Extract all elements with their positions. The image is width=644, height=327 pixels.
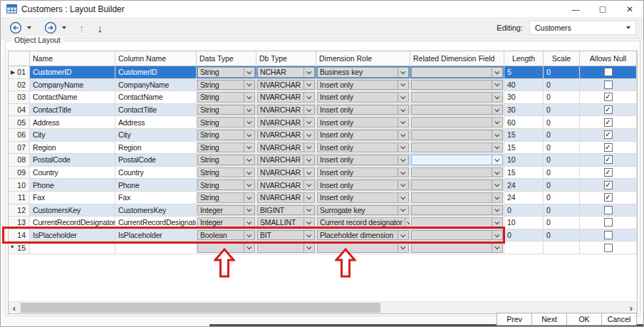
cell-name[interactable]: City	[30, 129, 115, 142]
cell-length[interactable]: 5	[504, 66, 544, 79]
dimension-role-combo[interactable]: Insert only	[317, 142, 409, 153]
related-dimension-field-combo[interactable]	[411, 80, 503, 90]
related-dimension-field-combo[interactable]	[411, 230, 503, 241]
cell-column-name[interactable]: CurrentRecordDesignator	[115, 217, 197, 229]
cell-column-name[interactable]: PostalCode	[115, 154, 197, 167]
column-header-row-number[interactable]	[9, 51, 30, 66]
allows-null-checkbox[interactable]: ✓	[604, 155, 613, 164]
cell-length[interactable]: 0	[504, 229, 544, 242]
cell-name[interactable]: Region	[30, 142, 115, 155]
related-dimension-field-combo[interactable]	[411, 155, 503, 165]
cell-name[interactable]: ContactName	[30, 91, 115, 104]
data-type-combo[interactable]: String	[197, 117, 255, 128]
move-up-button[interactable]: ↑	[78, 20, 86, 36]
dimension-role-combo[interactable]: Insert only	[317, 155, 409, 165]
row-header[interactable]: 14	[9, 229, 30, 242]
related-dimension-field-combo[interactable]	[411, 92, 503, 103]
data-type-combo[interactable]: String	[197, 67, 255, 78]
cell-name[interactable]: Address	[30, 116, 115, 129]
row-header[interactable]: *15	[9, 242, 30, 254]
scroll-right-arrow[interactable]: ›	[625, 302, 637, 313]
cell-name[interactable]: ContactTitle	[30, 104, 115, 117]
db-type-combo[interactable]: NVARCHAR	[257, 130, 315, 140]
editing-combobox[interactable]: Customers	[529, 21, 636, 35]
allows-null-checkbox[interactable]	[604, 81, 613, 89]
cell-length[interactable]: 15	[504, 167, 544, 180]
cell-column-name[interactable]: IsPlaceholder	[115, 229, 197, 242]
dimension-role-combo[interactable]: Placeholder dimension	[317, 230, 409, 241]
db-type-combo[interactable]: NCHAR	[257, 67, 315, 78]
row-header[interactable]: 11	[9, 192, 30, 204]
cell-scale[interactable]: 0	[544, 167, 580, 180]
allows-null-checkbox[interactable]	[604, 231, 613, 239]
prev-button[interactable]: Prev	[497, 313, 532, 326]
allows-null-checkbox[interactable]	[604, 218, 613, 227]
row-header[interactable]: 10	[9, 179, 30, 192]
data-type-combo[interactable]: String	[197, 167, 255, 178]
column-header-db-type[interactable]: Db Type	[256, 51, 316, 66]
cell-scale[interactable]	[544, 242, 580, 254]
cell-scale[interactable]: 0	[544, 179, 580, 192]
cell-column-name[interactable]: City	[115, 129, 197, 142]
cell-length[interactable]: 0	[504, 204, 544, 217]
cell-name[interactable]: CompanyName	[30, 79, 115, 92]
maximize-button[interactable]: ▢	[589, 1, 616, 17]
move-down-button[interactable]: ↓	[96, 20, 105, 36]
related-dimension-field-combo[interactable]	[411, 117, 503, 128]
row-header[interactable]: 13	[9, 217, 30, 229]
cell-length[interactable]: 15	[504, 129, 544, 142]
scroll-left-arrow[interactable]: ‹	[9, 302, 20, 313]
column-header-allows-null[interactable]: Allows Null	[580, 51, 637, 66]
db-type-combo[interactable]	[257, 242, 315, 253]
allows-null-checkbox[interactable]	[604, 68, 613, 76]
dimension-role-combo[interactable]: Insert only	[317, 105, 409, 115]
dimension-role-combo[interactable]: Insert only	[317, 180, 409, 190]
dimension-role-combo[interactable]: Insert only	[317, 117, 409, 128]
cell-column-name[interactable]: Country	[115, 167, 197, 180]
cell-column-name[interactable]: ContactTitle	[115, 104, 197, 117]
cell-length[interactable]: 10	[504, 154, 544, 167]
dimension-role-combo[interactable]: Surrogate key	[317, 205, 409, 216]
data-type-combo[interactable]: String	[197, 155, 255, 165]
back-dropdown-button[interactable]	[26, 20, 33, 36]
cell-column-name[interactable]: CustomersKey	[115, 204, 197, 217]
db-type-combo[interactable]: NVARCHAR	[257, 105, 315, 115]
cell-name[interactable]: Phone	[30, 179, 115, 192]
allows-null-checkbox[interactable]: ✓	[604, 105, 613, 114]
dimension-role-combo[interactable]: Insert only	[317, 167, 409, 178]
db-type-combo[interactable]: NVARCHAR	[257, 192, 315, 203]
dimension-role-combo[interactable]: Business key	[317, 67, 409, 78]
horizontal-scrollbar[interactable]: ‹ ›	[9, 301, 637, 313]
db-type-combo[interactable]: SMALLINT	[257, 217, 315, 228]
allows-null-checkbox[interactable]: ✓	[604, 143, 613, 152]
cell-length[interactable]: 15	[504, 142, 544, 155]
column-header-data-type[interactable]: Data Type	[197, 51, 256, 66]
cancel-button[interactable]: Cancel	[601, 313, 637, 326]
cell-scale[interactable]: 0	[544, 192, 580, 204]
related-dimension-field-combo[interactable]	[411, 242, 503, 253]
column-header-dimension-role[interactable]: Dimension Role	[316, 51, 410, 66]
allows-null-checkbox[interactable]	[604, 244, 613, 252]
cell-column-name[interactable]: CompanyName	[115, 79, 197, 92]
data-type-combo[interactable]: String	[197, 192, 255, 203]
allows-null-checkbox[interactable]: ✓	[604, 193, 613, 202]
related-dimension-field-combo[interactable]	[411, 217, 503, 228]
cell-length[interactable]: 40	[504, 79, 544, 92]
db-type-combo[interactable]: NVARCHAR	[257, 167, 315, 178]
data-type-combo[interactable]: String	[197, 80, 255, 90]
cell-scale[interactable]: 0	[544, 104, 580, 117]
next-button[interactable]: Next	[531, 313, 567, 326]
column-header-column-name[interactable]: Column Name	[115, 51, 197, 66]
data-type-combo[interactable]: Boolean	[197, 230, 255, 241]
related-dimension-field-combo[interactable]	[411, 192, 503, 203]
cell-scale[interactable]: 0	[544, 91, 580, 104]
row-header[interactable]: 02	[9, 79, 30, 92]
related-dimension-field-combo[interactable]	[411, 142, 503, 153]
cell-column-name[interactable]: ContactName	[115, 91, 197, 104]
db-type-combo[interactable]: NVARCHAR	[257, 180, 315, 190]
scrollbar-thumb[interactable]	[21, 303, 380, 313]
cell-name[interactable]: CustomerID	[30, 66, 115, 79]
cell-column-name[interactable]: Address	[115, 116, 197, 129]
cell-name[interactable]: CustomersKey	[30, 204, 115, 217]
cell-length[interactable]: 24	[504, 192, 544, 204]
